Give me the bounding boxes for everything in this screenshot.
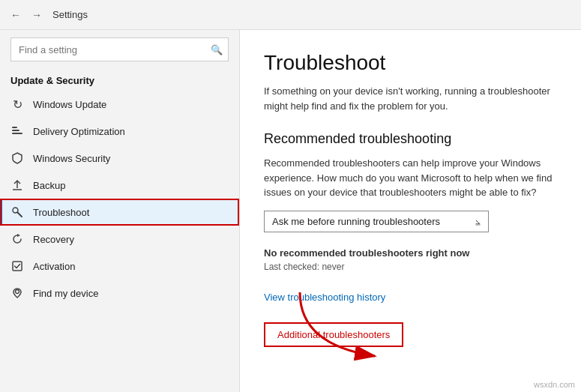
sidebar-item-troubleshoot[interactable]: Troubleshoot <box>0 199 239 226</box>
forward-button[interactable]: → <box>28 7 45 23</box>
windows-update-icon: ↻ <box>10 97 24 111</box>
svg-point-8 <box>16 290 19 294</box>
sidebar-item-label: Backup <box>33 180 229 191</box>
sidebar: 🔍 Update & Security ↻ Windows Update Del… <box>0 30 240 392</box>
back-button[interactable]: ← <box>7 7 24 23</box>
sidebar-item-label: Windows Security <box>33 153 229 164</box>
page-title: Troubleshoot <box>264 51 557 75</box>
no-troubleshooters-text: No recommended troubleshooters right now <box>264 247 557 259</box>
troubleshooter-dropdown[interactable]: Ask me before running troubleshooters ⦥ <box>264 211 489 232</box>
dropdown-value: Ask me before running troubleshooters <box>272 216 440 227</box>
sidebar-item-activation[interactable]: Activation <box>0 253 239 280</box>
troubleshoot-icon <box>10 205 24 219</box>
recovery-icon <box>10 232 24 246</box>
view-history-link[interactable]: View troubleshooting history <box>264 292 385 303</box>
sidebar-item-label: Find my device <box>33 288 229 299</box>
sidebar-item-label: Delivery Optimization <box>33 126 229 137</box>
recommended-heading: Recommended troubleshooting <box>264 131 557 147</box>
chevron-down-icon: ⦥ <box>475 216 481 226</box>
sidebar-items-list: ↻ Windows Update Delivery Optimization <box>0 91 239 392</box>
recommended-desc: Recommended troubleshooters can help imp… <box>264 156 557 200</box>
svg-rect-0 <box>12 133 22 134</box>
sidebar-item-recovery[interactable]: Recovery <box>0 226 239 253</box>
delivery-optimization-icon <box>10 124 24 138</box>
svg-rect-1 <box>12 130 19 131</box>
watermark: wsxdn.com <box>534 380 575 389</box>
topbar-title: Settings <box>52 9 574 20</box>
page-description: If something on your device isn't workin… <box>264 84 557 113</box>
svg-rect-2 <box>12 127 17 128</box>
sidebar-item-backup[interactable]: Backup <box>0 172 239 199</box>
main-layout: 🔍 Update & Security ↻ Windows Update Del… <box>0 30 581 392</box>
troubleshooter-dropdown-container: Ask me before running troubleshooters ⦥ <box>264 211 557 232</box>
search-box[interactable]: 🔍 <box>10 37 229 61</box>
sidebar-item-find-my-device[interactable]: Find my device <box>0 280 239 307</box>
sidebar-item-label: Recovery <box>33 234 229 245</box>
svg-line-6 <box>18 213 22 217</box>
sidebar-item-label: Windows Update <box>33 99 229 110</box>
backup-icon <box>10 178 24 192</box>
topbar-nav-icons: ← → <box>7 7 45 23</box>
topbar: ← → Settings <box>0 0 581 30</box>
sidebar-item-windows-update[interactable]: ↻ Windows Update <box>0 91 239 118</box>
last-checked-text: Last checked: never <box>264 262 557 272</box>
sidebar-item-label: Activation <box>33 261 229 272</box>
search-icon[interactable]: 🔍 <box>208 43 226 57</box>
sidebar-item-label: Troubleshoot <box>33 207 229 218</box>
windows-security-icon <box>10 151 24 165</box>
content-area: Troubleshoot If something on your device… <box>240 30 581 392</box>
search-input[interactable] <box>10 37 229 61</box>
sidebar-item-delivery-optimization[interactable]: Delivery Optimization <box>0 118 239 145</box>
find-my-device-icon <box>10 286 24 300</box>
additional-troubleshooters-button[interactable]: Additional troubleshooters <box>264 322 403 347</box>
sidebar-item-windows-security[interactable]: Windows Security <box>0 145 239 172</box>
activation-icon <box>10 259 24 273</box>
sidebar-section-title: Update & Security <box>0 69 239 91</box>
